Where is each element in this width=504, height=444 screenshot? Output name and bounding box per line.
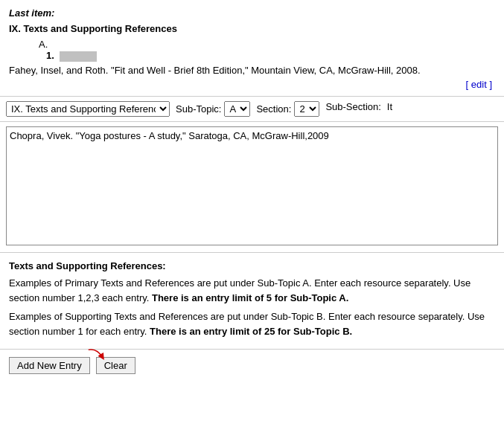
outline-placeholder [60,51,97,62]
info-para-1: Examples of Primary Texts and References… [9,276,495,305]
arrow-indicator [86,347,108,364]
last-item-label: Last item: [9,7,495,19]
topic-select[interactable]: IX. Texts and Supporting References [6,101,170,117]
controls-inner: IX. Texts and Supporting References Sub-… [6,101,392,117]
subsection-label: Sub-Section: [325,101,380,112]
subtopic-group: Sub-Topic: A B [176,101,250,117]
section-group: Section: 1 2 3 4 5 [256,101,319,117]
info-para-2-bold: There is an entry limit of 25 for Sub-To… [150,326,352,337]
info-para-2: Examples of Supporting Texts and Referen… [9,309,495,338]
subtopic-label: Sub-Topic: [176,103,221,115]
add-new-entry-button[interactable]: Add New Entry [9,357,90,374]
outline-a: A. [39,39,495,50]
edit-link-container: [ edit ] [9,79,495,90]
outline-1: 1. [46,50,495,62]
last-item-section: Last item: IX. Texts and Supporting Refe… [0,0,504,97]
arrow-icon [86,347,108,361]
last-item-title: IX. Texts and Supporting References [9,23,495,34]
it-group: It [387,101,392,112]
info-para-1-bold: There is an entry limit of 5 for Sub-Top… [152,292,348,303]
entry-textarea[interactable]: Chopra, Vivek. "Yoga postures - A study,… [6,126,498,245]
bottom-buttons: Add New Entry Clear [0,350,504,382]
section-select[interactable]: 1 2 3 4 5 [294,101,319,117]
subtopic-select[interactable]: A B [224,101,250,117]
text-area-section: Chopra, Vivek. "Yoga postures - A study,… [0,122,504,253]
section-label: Section: [256,103,291,115]
subsection-group: Sub-Section: [325,101,380,112]
it-label: It [387,101,392,112]
info-section: Texts and Supporting References: Example… [0,253,504,350]
section-select-wrap: 1 2 3 4 5 [294,101,319,117]
outline-item: A. 1. [24,39,495,62]
info-title: Texts and Supporting References: [9,259,495,274]
controls-row: IX. Texts and Supporting References Sub-… [0,97,504,122]
reference-text: Fahey, Insel, and Roth. "Fit and Well - … [9,65,495,76]
edit-link[interactable]: edit [471,79,487,90]
